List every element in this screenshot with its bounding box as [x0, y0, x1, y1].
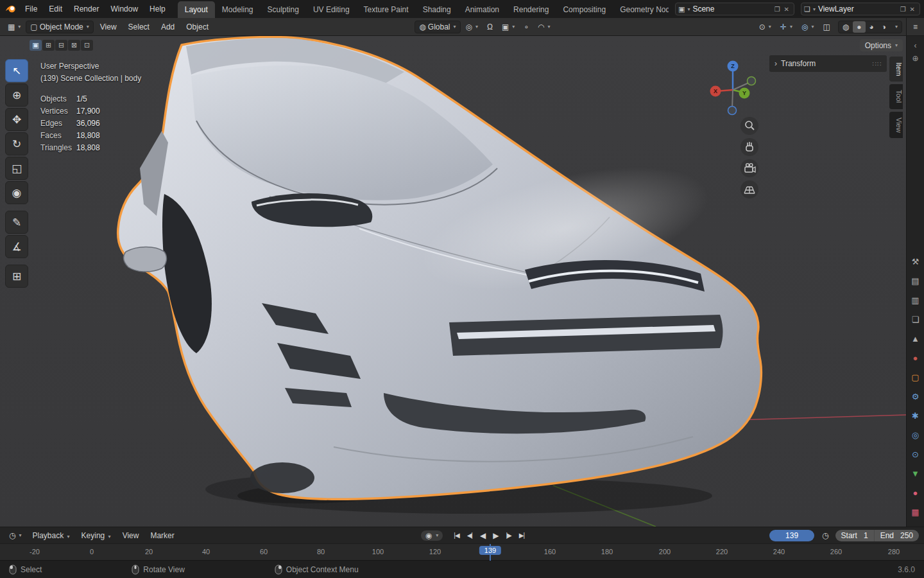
transform-panel-header[interactable]: › Transform ∷∷ [769, 55, 887, 72]
tab-tool[interactable]: ⚒ [912, 257, 920, 267]
play-button[interactable]: ▶ [490, 530, 501, 541]
tab-particles[interactable]: ✱ [912, 411, 919, 421]
jump-to-end-button[interactable]: ▶| [516, 530, 527, 540]
3d-viewport[interactable]: ▣ ⊞ ⊟ ⊠ ⊡ ↖ ⊕ ✥ ↻ ◱ ◉ ✎ ∡ [0, 36, 906, 527]
tool-move[interactable]: ✥ [5, 108, 28, 131]
menu-edit[interactable]: Edit [43, 0, 68, 18]
add-icon[interactable]: ⊕ [912, 54, 918, 63]
scene-selector[interactable]: ▣ ▾ Scene ❐ ✕ [675, 3, 794, 15]
end-frame-field[interactable]: End 250 [874, 530, 919, 541]
toggle-ortho-button[interactable] [740, 180, 758, 198]
workspace-tab-geometry-nodes[interactable]: Geometry Nodes [613, 1, 669, 18]
tab-constraints[interactable]: ⊙ [912, 450, 919, 460]
remove-viewlayer-icon[interactable]: ✕ [908, 6, 917, 13]
tab-modifiers[interactable]: ⚙ [912, 392, 920, 402]
object-visibility-dropdown[interactable]: ⊙ ▾ [755, 21, 775, 33]
options-button[interactable]: Options ▾ [860, 39, 903, 51]
zoom-button[interactable] [740, 117, 758, 135]
select-mode-set[interactable]: ▣ [30, 40, 42, 51]
proportional-editing-toggle[interactable]: ∘ [520, 21, 533, 33]
scene-name[interactable]: Scene [690, 4, 772, 13]
playhead[interactable]: 139 [479, 546, 501, 555]
select-mode-invert[interactable]: ⊠ [68, 40, 80, 51]
blender-logo-icon[interactable] [4, 3, 18, 15]
snap-settings-dropdown[interactable]: ▣ ▾ [498, 21, 518, 33]
navigation-gizmo[interactable]: Z X Y [707, 59, 761, 119]
workspace-tab-texture-paint[interactable]: Texture Paint [357, 1, 416, 18]
tool-rotate[interactable]: ↻ [5, 132, 28, 155]
auto-keying-toggle[interactable]: ◉ ▾ [421, 530, 443, 541]
tool-transform[interactable]: ◉ [5, 181, 28, 204]
menu-help[interactable]: Help [144, 0, 171, 18]
menu-window[interactable]: Window [105, 0, 144, 18]
tab-output[interactable]: ▥ [911, 295, 919, 306]
tab-physics[interactable]: ◎ [912, 430, 919, 441]
pivot-point-dropdown[interactable]: ◎ ▾ [462, 21, 483, 33]
unlink-scene-icon[interactable]: ✕ [782, 6, 791, 13]
prev-keyframe-button[interactable]: ◀| [464, 530, 475, 540]
timeline-ruler[interactable]: -20 0 20 40 60 80 100 120 160 180 200 22… [0, 543, 924, 560]
tab-material[interactable]: ● [913, 488, 918, 498]
menu-keying[interactable]: Keying ▾ [77, 530, 116, 541]
viewlayer-name[interactable]: ViewLayer [816, 4, 898, 13]
snap-toggle[interactable]: Ω [483, 21, 497, 33]
tool-annotate[interactable]: ✎ [5, 211, 28, 234]
menu-view[interactable]: View [95, 21, 122, 33]
workspace-tab-rendering[interactable]: Rendering [506, 1, 556, 18]
shading-wireframe-button[interactable]: ◍ [839, 21, 853, 33]
tab-object-data[interactable]: ▼ [911, 469, 920, 479]
transform-orientation-dropdown[interactable]: ◍ Global ▾ [415, 21, 460, 33]
tab-render[interactable]: ▤ [911, 276, 919, 286]
menu-object[interactable]: Object [181, 21, 214, 33]
timeline-editor-type-button[interactable]: ◷ ▾ [5, 530, 26, 541]
shading-solid-button[interactable]: ● [853, 21, 865, 33]
current-frame-field[interactable]: 139 [769, 530, 814, 541]
jump-to-start-button[interactable]: |◀ [450, 530, 462, 540]
falloff-dropdown[interactable]: ◠ ▾ [534, 21, 554, 33]
workspace-tab-uv-editing[interactable]: UV Editing [306, 1, 357, 18]
car-model[interactable] [118, 37, 762, 500]
workspace-tab-compositing[interactable]: Compositing [556, 1, 613, 18]
overlays-toggle[interactable]: ◎ ▾ [798, 21, 818, 33]
collapse-arrow-icon[interactable]: ‹ [914, 41, 917, 50]
mode-dropdown[interactable]: ▢ Object Mode ▾ [26, 21, 93, 33]
axis-neg-y[interactable] [748, 77, 756, 85]
workspace-tab-animation[interactable]: Animation [458, 1, 506, 18]
tab-object[interactable]: ▢ [911, 372, 919, 383]
tool-measure[interactable]: ∡ [5, 235, 28, 258]
camera-view-button[interactable] [740, 159, 758, 177]
select-mode-subtract[interactable]: ⊟ [55, 40, 67, 51]
tab-scene[interactable]: ▲ [911, 334, 920, 344]
play-reverse-button[interactable]: ◀ [477, 530, 488, 541]
menu-select[interactable]: Select [123, 21, 155, 33]
sidebar-tab-tool[interactable]: Tool [889, 84, 903, 109]
tab-view-layer[interactable]: ❏ [912, 315, 920, 325]
sidebar-tab-item[interactable]: Item [889, 57, 903, 82]
properties-editor-header[interactable]: ≡ [907, 18, 924, 36]
editor-type-button[interactable]: ▦ ▾ [4, 21, 24, 33]
menu-render[interactable]: Render [68, 0, 105, 18]
axis-neg-z[interactable] [728, 107, 737, 115]
tool-select-box[interactable]: ↖ [5, 59, 28, 82]
menu-file[interactable]: File [19, 0, 43, 18]
tool-cursor[interactable]: ⊕ [5, 83, 28, 107]
shading-rendered-button[interactable]: ◑ [878, 21, 890, 33]
menu-marker[interactable]: Marker [146, 530, 178, 541]
gizmos-toggle[interactable]: ✛ ▾ [776, 21, 796, 33]
tab-world[interactable]: ● [913, 353, 918, 363]
select-mode-intersect[interactable]: ⊡ [81, 40, 93, 51]
select-mode-extend[interactable]: ⊞ [42, 40, 55, 51]
menu-add[interactable]: Add [156, 21, 180, 33]
tool-add-cube[interactable]: ⊞ [5, 265, 28, 288]
start-frame-field[interactable]: Start 1 [835, 530, 874, 541]
tool-scale[interactable]: ◱ [5, 157, 28, 180]
tab-texture[interactable]: ▦ [911, 507, 919, 518]
workspace-tab-sculpting[interactable]: Sculpting [261, 1, 306, 18]
sidebar-tab-view[interactable]: View [889, 112, 903, 139]
pan-button[interactable] [740, 138, 758, 156]
new-viewlayer-icon[interactable]: ❐ [898, 6, 908, 13]
new-scene-icon[interactable]: ❐ [773, 6, 782, 13]
shading-material-button[interactable]: ◕ [866, 21, 878, 33]
workspace-tab-modeling[interactable]: Modeling [215, 1, 261, 18]
workspace-tab-layout[interactable]: Layout [178, 1, 215, 18]
